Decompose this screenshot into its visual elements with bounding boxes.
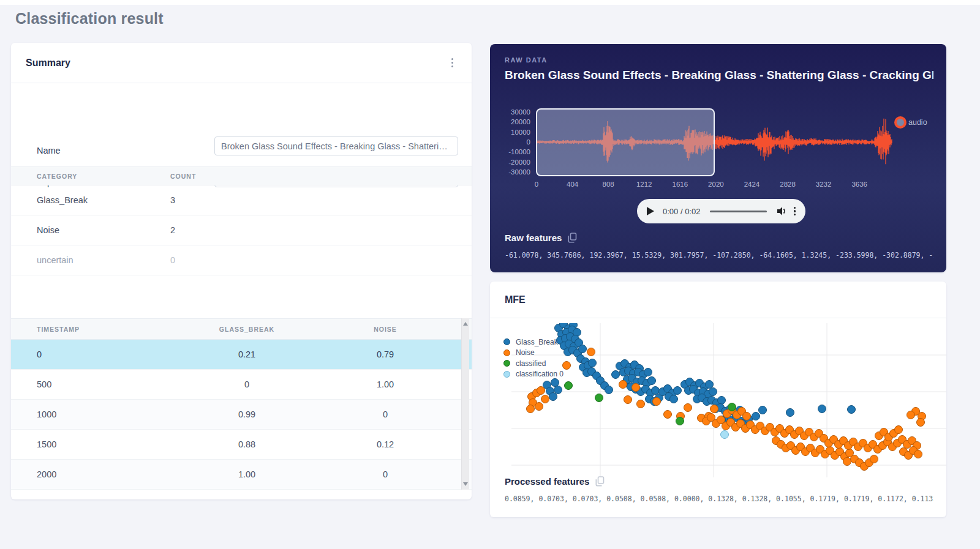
scatter-point[interactable]	[619, 381, 627, 389]
scatter-point[interactable]	[612, 371, 620, 379]
copy-icon[interactable]	[568, 233, 577, 243]
top-bar	[0, 0, 980, 5]
scatter-point[interactable]	[537, 387, 545, 395]
scatter-point[interactable]	[818, 405, 826, 413]
copy-icon[interactable]	[595, 476, 605, 487]
waveform-x-tick: 2020	[708, 181, 724, 188]
scatter-point[interactable]	[644, 368, 652, 376]
waveform-y-tick: -20000	[508, 159, 530, 166]
scatter-point[interactable]	[710, 405, 718, 413]
scatter-point[interactable]	[843, 458, 851, 466]
waveform-y-tick: 10000	[511, 129, 530, 136]
waveform-x-tick: 1212	[636, 181, 652, 188]
scatter-point[interactable]	[605, 386, 613, 394]
scatter-point[interactable]	[670, 395, 678, 403]
scatter-point[interactable]	[632, 384, 640, 392]
volume-icon[interactable]	[777, 206, 788, 216]
scatter-point[interactable]	[786, 409, 794, 417]
scatter-point[interactable]	[728, 403, 736, 411]
detailed-row[interactable]: 20001.000	[11, 460, 472, 490]
processed-features-title: Processed features	[505, 476, 589, 487]
audio-legend-label: audio	[908, 118, 927, 127]
scatter-point[interactable]	[535, 403, 543, 411]
scatter-point[interactable]	[721, 431, 729, 439]
count-col-header: COUNT	[170, 167, 472, 185]
raw-data-title: Broken Glass Sound Effects - Breaking Gl…	[505, 69, 933, 82]
waveform-x-tick: 404	[567, 181, 579, 188]
scroll-up-icon[interactable]	[463, 322, 468, 326]
scatter-point[interactable]	[637, 400, 645, 408]
legend-dot-icon	[503, 371, 510, 378]
scatter-point[interactable]	[579, 345, 587, 353]
scatter-point[interactable]	[549, 393, 557, 401]
waveform-x-tick: 0	[535, 181, 538, 188]
scatter-point[interactable]	[907, 411, 915, 419]
scatter-point[interactable]	[527, 405, 535, 413]
waveform-y-tick: -10000	[508, 148, 530, 155]
legend-label: Glass_Break	[516, 338, 558, 346]
waveform-y-tick: 20000	[511, 118, 530, 125]
legend-item[interactable]: Glass_Break	[503, 337, 564, 348]
legend-dot-icon	[503, 360, 510, 367]
category-cell: uncertain	[11, 245, 170, 275]
audio-player[interactable]: 0:00 / 0:02	[637, 199, 805, 223]
summary-menu-kebab-icon[interactable]	[448, 54, 458, 72]
scatter-point[interactable]	[624, 396, 632, 404]
scatter-point[interactable]	[589, 359, 597, 367]
scatter-point[interactable]	[917, 419, 925, 427]
audio-progress-bar[interactable]	[710, 211, 766, 212]
scatter-point[interactable]	[652, 387, 660, 395]
scatter-point[interactable]	[541, 395, 549, 403]
audio-legend-icon	[895, 118, 905, 127]
scatter-point[interactable]	[587, 348, 595, 356]
scatter-point[interactable]	[595, 394, 603, 402]
scatter-point[interactable]	[848, 406, 856, 414]
table-scrollbar[interactable]	[461, 318, 469, 490]
scatter-point[interactable]	[759, 406, 767, 414]
scatter-point[interactable]	[653, 398, 661, 406]
detailed-cell: 1500	[11, 430, 176, 460]
scroll-down-icon[interactable]	[463, 482, 468, 486]
detailed-cell: 0.12	[317, 430, 472, 460]
scatter-point[interactable]	[684, 404, 692, 412]
detailed-row[interactable]: 10000.990	[11, 400, 472, 430]
legend-label: Noise	[516, 348, 535, 357]
detailed-row[interactable]: 50001.00	[11, 370, 472, 400]
waveform-x-tick: 808	[603, 181, 614, 188]
play-button-icon[interactable]	[647, 207, 654, 215]
scatter-point[interactable]	[743, 413, 751, 420]
noise-col-header: NOISE	[317, 319, 472, 340]
scatter-point[interactable]	[554, 386, 562, 394]
legend-item[interactable]: Noise	[503, 348, 564, 359]
scatter-point[interactable]	[752, 413, 760, 420]
scatter-point[interactable]	[648, 377, 656, 385]
scatter-point[interactable]	[676, 417, 684, 425]
glass-break-col-header: GLASS_BREAK	[176, 319, 317, 340]
legend-item[interactable]: classified	[503, 358, 564, 369]
detailed-row[interactable]: 00.210.79	[11, 340, 472, 370]
processed-features-header: Processed features	[505, 476, 605, 487]
waveform-y-tick: 30000	[511, 108, 530, 116]
scatter-point[interactable]	[718, 397, 726, 405]
waveform-y-tick: -30000	[508, 168, 530, 176]
scatter-point[interactable]	[870, 455, 878, 463]
category-table: CATEGORY COUNT Glass_Break 3Noise 2uncer…	[11, 166, 472, 275]
scatter-point[interactable]	[674, 387, 682, 395]
waveform-selection-window[interactable]	[537, 109, 714, 176]
scatter-point[interactable]	[706, 381, 714, 389]
scatter-point[interactable]	[565, 382, 573, 390]
scatter-point[interactable]	[551, 379, 559, 387]
category-col-header: CATEGORY	[11, 167, 170, 185]
summary-card: Summary Name Expected outcome CATEGORY C…	[11, 43, 472, 499]
scatter-point[interactable]	[709, 388, 717, 396]
legend-item[interactable]: classification 0	[503, 369, 564, 380]
legend-dot-icon	[503, 338, 510, 345]
scatter-point[interactable]	[895, 426, 903, 434]
scatter-point[interactable]	[664, 411, 672, 419]
scatter-point[interactable]	[914, 450, 922, 458]
name-input[interactable]	[214, 136, 458, 155]
detailed-row[interactable]: 15000.880.12	[11, 430, 472, 460]
scatter-point[interactable]	[563, 362, 571, 370]
detailed-cell: 2000	[11, 460, 176, 490]
audio-menu-kebab-icon[interactable]	[794, 207, 796, 216]
